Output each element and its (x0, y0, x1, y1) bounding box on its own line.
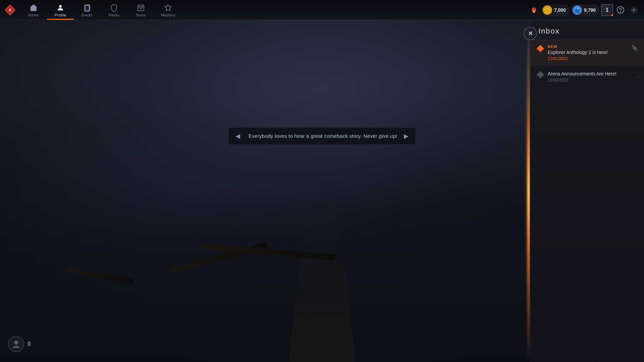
gem-icon (573, 5, 582, 15)
svg-point-11 (620, 11, 621, 12)
svg-text:G: G (546, 9, 548, 12)
inbox-item-title-2: Arena Announcements Are Here! (548, 71, 637, 77)
packs-label: Packs (109, 13, 119, 17)
svg-text:A: A (9, 8, 12, 12)
gold-icon: G (543, 5, 552, 15)
svg-point-12 (633, 9, 635, 11)
inbox-item-arrow-2: › (638, 74, 639, 80)
wreck-beam-2 (67, 267, 134, 284)
svg-point-1 (59, 5, 62, 8)
inbox-diamond-icon-1 (537, 45, 544, 52)
gold-amount: 7,000 (554, 7, 566, 13)
inbox-item-announcements[interactable]: Arena Announcements Are Here! 11/30/2022… (530, 66, 644, 87)
rank-badge[interactable]: 1 (601, 4, 613, 16)
app-logo[interactable]: A (0, 0, 20, 20)
mastery-icon (163, 3, 173, 12)
mastery-label: Mastery (161, 13, 175, 17)
nav-right-controls: G 7,000 9,790 1 (528, 0, 644, 20)
store-label: Store (136, 13, 146, 17)
quote-prev-button[interactable]: ◀ (232, 131, 243, 141)
inbox-item-date-2: 11/30/2022 (548, 78, 637, 82)
home-label: Home (28, 13, 39, 17)
quote-box: ◀ Everybody loves to hear a great comeba… (228, 127, 416, 145)
svg-marker-8 (577, 7, 580, 9)
profile-label: Profile (55, 13, 66, 17)
inbox-item-content-2: Arena Announcements Are Here! 11/30/2022 (548, 71, 637, 82)
settings-button[interactable] (628, 4, 640, 16)
nav-item-store[interactable]: Store (127, 0, 154, 20)
inbox-item-content-1: New Explorer Anthology 2 is here! 12/01/… (548, 45, 628, 61)
help-button[interactable] (614, 4, 627, 16)
inbox-item-title-1: Explorer Anthology 2 is here! (548, 49, 628, 55)
player-rank-number: 0 (28, 341, 31, 348)
gems-amount: 9,790 (584, 7, 596, 13)
attachment-icon: 📎 (632, 45, 637, 51)
inbox-title: Inbox (538, 27, 560, 36)
nav-item-decks[interactable]: Decks (74, 0, 101, 20)
inbox-header: Inbox (530, 20, 644, 40)
store-icon (136, 3, 146, 12)
profile-icon (56, 3, 65, 12)
inbox-diamond-icon-2 (537, 71, 544, 78)
gems-currency[interactable]: 9,790 (571, 4, 600, 16)
rank-notification-dot (610, 13, 614, 17)
svg-rect-3 (85, 5, 90, 11)
gold-currency[interactable]: G 7,000 (541, 4, 570, 16)
quote-next-button[interactable]: ▶ (401, 131, 412, 141)
inbox-item-explorer[interactable]: New Explorer Anthology 2 is here! 12/01/… (530, 40, 644, 66)
nav-item-home[interactable]: Home (20, 0, 47, 20)
quote-text: Everybody loves to hear a great comeback… (249, 133, 397, 139)
decks-label: Decks (82, 13, 93, 17)
home-icon (29, 3, 38, 12)
flame-icon (528, 4, 540, 16)
nav-item-mastery[interactable]: Mastery (154, 0, 182, 20)
svg-point-13 (14, 341, 18, 345)
inbox-item-arrow-1: › (638, 50, 639, 56)
player-avatar[interactable]: 0 (8, 336, 31, 352)
fire-divider (527, 20, 530, 362)
inbox-close-button[interactable]: ✕ (524, 27, 537, 40)
inbox-new-badge: New (548, 45, 628, 49)
avatar-circle (8, 336, 24, 352)
nav-item-profile[interactable]: Profile (47, 0, 74, 20)
nav-item-packs[interactable]: Packs (101, 0, 127, 20)
inbox-panel: ✕ Inbox New Explorer Anthology 2 is here… (530, 20, 644, 362)
decks-icon (83, 3, 92, 12)
nav-bar: A Home Profile Decks (0, 0, 644, 20)
svg-marker-9 (575, 9, 580, 13)
packs-icon (109, 3, 119, 12)
inbox-item-date-1: 12/01/2022 (548, 56, 628, 61)
